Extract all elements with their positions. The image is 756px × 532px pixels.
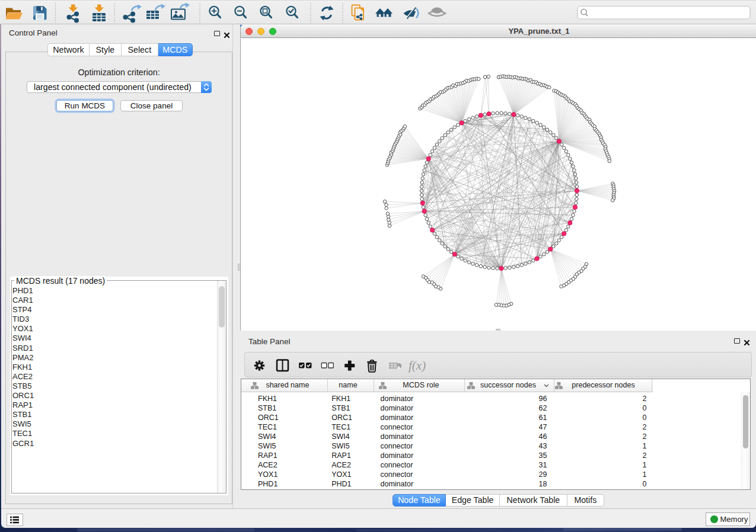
- svg-text:f(x): f(x): [409, 358, 426, 373]
